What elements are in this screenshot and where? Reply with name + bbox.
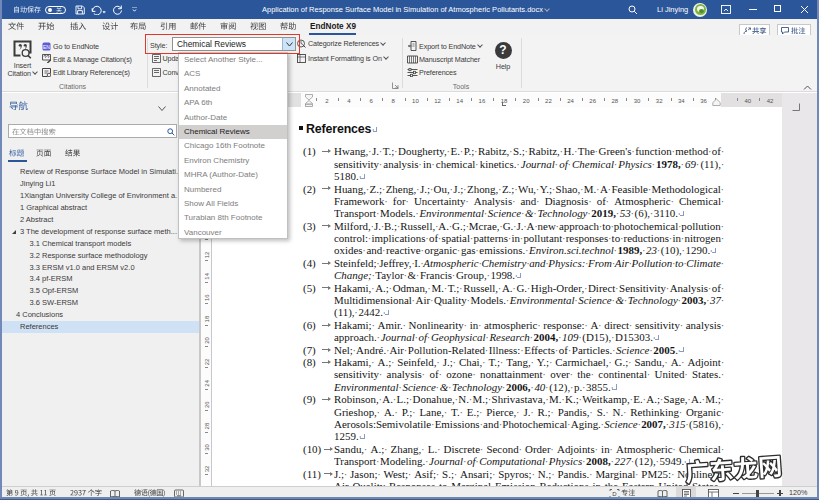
svg-text:8: 8 (392, 98, 396, 104)
svg-text:4: 4 (347, 98, 351, 104)
svg-text:24: 24 (204, 379, 210, 386)
svg-text:28: 28 (204, 422, 210, 429)
svg-text:22: 22 (545, 98, 552, 104)
svg-text:24: 24 (567, 98, 574, 104)
svg-text:30: 30 (634, 98, 641, 104)
svg-text:10: 10 (412, 98, 419, 104)
svg-text:16: 16 (479, 98, 486, 104)
svg-text:16: 16 (204, 294, 210, 301)
svg-text:20: 20 (523, 98, 530, 104)
svg-text:32: 32 (656, 98, 663, 104)
svg-text:20: 20 (204, 337, 210, 344)
svg-text:26: 26 (204, 401, 210, 408)
svg-text:42: 42 (767, 98, 774, 104)
svg-text:12: 12 (434, 98, 441, 104)
svg-text:40: 40 (744, 98, 751, 104)
svg-text:28: 28 (611, 98, 618, 104)
svg-text:26: 26 (589, 98, 596, 104)
svg-text:22: 22 (204, 358, 210, 365)
svg-text:6: 6 (369, 98, 373, 104)
svg-text:14: 14 (456, 98, 463, 104)
svg-text:EN: EN (43, 43, 50, 49)
svg-text:14: 14 (204, 272, 210, 279)
svg-text:32: 32 (204, 465, 210, 472)
svg-text:12: 12 (204, 251, 210, 258)
svg-text:34: 34 (678, 98, 685, 104)
svg-text:18: 18 (204, 315, 210, 322)
svg-text:36: 36 (700, 98, 707, 104)
svg-text:30: 30 (204, 444, 210, 451)
svg-text:2: 2 (325, 98, 329, 104)
